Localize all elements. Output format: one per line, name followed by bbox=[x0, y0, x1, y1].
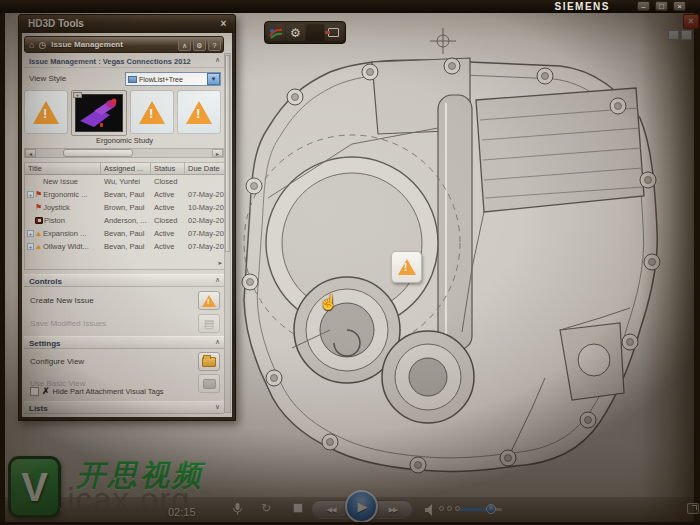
icax-logo: V bbox=[8, 456, 61, 518]
chevron-down-icon[interactable]: ∨ bbox=[215, 403, 220, 411]
repeat-icon[interactable]: ↻ bbox=[261, 501, 271, 515]
table-scroll-icon[interactable]: ▸ bbox=[218, 259, 222, 267]
help-button[interactable]: ? bbox=[208, 39, 221, 51]
create-new-issue-row: Create New Issue bbox=[24, 290, 224, 312]
warning-triangle-icon bbox=[186, 101, 212, 124]
maximize-button[interactable]: □ bbox=[655, 1, 668, 11]
chevron-up-icon[interactable]: ∧ bbox=[215, 276, 220, 284]
settings-section-header[interactable]: Settings ∧ bbox=[24, 336, 224, 349]
panel-title: HD3D Tools bbox=[28, 18, 84, 29]
volume-dot-icon bbox=[447, 506, 452, 511]
controls-section-header[interactable]: Controls ∧ bbox=[24, 274, 224, 287]
view-style-dropdown[interactable]: FlowList+Tree ▼ bbox=[125, 72, 221, 86]
hide-tags-row: ✗ Hide Part Attachment Visual Tags bbox=[24, 385, 224, 398]
view-style-icon bbox=[128, 76, 137, 83]
gallery-item-warning-2[interactable] bbox=[130, 90, 174, 134]
window-controls: – □ × bbox=[637, 1, 686, 11]
gallery-scrollbar[interactable]: ◂ ▸ bbox=[24, 148, 224, 158]
scrollbar-thumb[interactable] bbox=[63, 149, 133, 157]
warning-icon: ▲ bbox=[35, 230, 42, 237]
x-tag-icon: ✗ bbox=[42, 387, 50, 396]
stop-button[interactable] bbox=[293, 503, 303, 513]
history-icon[interactable]: ◷ bbox=[38, 40, 46, 50]
create-new-issue-button[interactable] bbox=[198, 291, 220, 310]
forward-button[interactable]: ▶▶ bbox=[374, 506, 412, 514]
configure-view-button[interactable] bbox=[198, 352, 220, 371]
volume-slider-thumb[interactable] bbox=[486, 504, 496, 514]
collapse-panel-button[interactable]: ∧ bbox=[178, 39, 191, 51]
settings-gear-button[interactable]: ⚙ bbox=[193, 39, 206, 51]
expand-icon[interactable]: + bbox=[27, 230, 34, 237]
expand-icon[interactable]: + bbox=[27, 243, 34, 250]
warning-icon: ▲ bbox=[35, 243, 42, 250]
col-status[interactable]: Status bbox=[151, 163, 185, 174]
view-origin-crosshair bbox=[430, 28, 456, 54]
home-icon[interactable]: ⌂ bbox=[29, 40, 34, 50]
configure-view-icon bbox=[202, 357, 216, 367]
save-icon: ▤ bbox=[204, 318, 214, 329]
fullscreen-icon[interactable] bbox=[687, 503, 699, 514]
save-modified-label: Save Modified Issues bbox=[30, 319, 106, 328]
table-row[interactable]: +⚑Ergonomic ... Bevan, Paul Active 07-Ma… bbox=[25, 188, 224, 201]
minimize-button[interactable]: – bbox=[637, 1, 650, 11]
issue-gallery: + bbox=[24, 90, 225, 136]
configure-view-label: Configure View bbox=[30, 357, 84, 366]
viewport-mini-toolbar: ⚙ bbox=[264, 21, 346, 44]
col-due-date[interactable]: Due Date bbox=[185, 163, 224, 174]
flag-icon: ⚑ bbox=[35, 191, 42, 199]
view-style-value: FlowList+Tree bbox=[139, 76, 207, 83]
panel-titlebar[interactable]: HD3D Tools × bbox=[19, 15, 235, 33]
scroll-corner-icons bbox=[668, 30, 692, 40]
cad-model-engine-housing[interactable] bbox=[232, 48, 672, 488]
warning-triangle-icon bbox=[33, 101, 59, 124]
warning-triangle-icon bbox=[398, 259, 416, 275]
monitor-top-bezel: SIEMENS – □ × bbox=[0, 0, 700, 13]
window-close-button[interactable]: × bbox=[673, 1, 686, 11]
microphone-icon[interactable] bbox=[233, 502, 242, 520]
play-icon: ▶ bbox=[358, 499, 368, 514]
panel-close-button[interactable]: × bbox=[217, 18, 230, 30]
chevron-up-icon[interactable]: ∧ bbox=[215, 338, 220, 346]
show-panel-icon[interactable] bbox=[325, 24, 343, 41]
issue-management-header[interactable]: ⌂ ◷ Issue Management ∧ ⚙ ? bbox=[24, 36, 224, 53]
speaker-icon[interactable] bbox=[425, 502, 436, 520]
gallery-item-warning-3[interactable] bbox=[177, 90, 221, 134]
pane-close-button[interactable]: × bbox=[683, 14, 699, 29]
hide-tags-label: Hide Part Attachment Visual Tags bbox=[53, 387, 164, 396]
ergonomic-study-thumbnail bbox=[75, 94, 123, 132]
table-row[interactable]: +▲Oilway Widt... Bevan, Paul Active 07-M… bbox=[25, 240, 224, 253]
view-style-row: View Style FlowList+Tree ▼ bbox=[24, 70, 224, 88]
image-issue-icon bbox=[35, 217, 43, 224]
hand-cursor: ☝ bbox=[319, 293, 338, 311]
table-row[interactable]: New Issue Wu, Yunfei Closed bbox=[25, 175, 224, 188]
gallery-item-warning-1[interactable] bbox=[24, 90, 68, 134]
issue-table: Title Assigned ... Status Due Date New I… bbox=[24, 162, 225, 270]
table-row[interactable]: Piston Anderson, ... Closed 02-May-20... bbox=[25, 214, 224, 227]
scroll-right-icon[interactable]: ▸ bbox=[212, 149, 223, 157]
scrollbar-thumb[interactable] bbox=[225, 55, 230, 252]
create-new-issue-label: Create New Issue bbox=[30, 296, 94, 305]
table-row[interactable]: +▲Expansion ... Bevan, Paul Active 07-Ma… bbox=[25, 227, 224, 240]
gallery-item-selected[interactable]: + bbox=[71, 90, 127, 136]
collapse-section-icon[interactable]: ∧ bbox=[215, 56, 220, 64]
issue-visual-tag-warning[interactable] bbox=[391, 251, 422, 283]
table-row[interactable]: ⚑Joystick Brown, Paul Active 10-May-20..… bbox=[25, 201, 224, 214]
play-button[interactable]: ▶ bbox=[345, 490, 378, 523]
col-title[interactable]: Title bbox=[25, 163, 101, 174]
table-header: Title Assigned ... Status Due Date bbox=[25, 163, 224, 175]
hd3d-tools-panel: HD3D Tools × ⌂ ◷ Issue Management ∧ ⚙ ? … bbox=[18, 14, 236, 421]
breadcrumb-row[interactable]: Issue Management : Vegas Connections 201… bbox=[24, 55, 224, 68]
expand-icon[interactable]: + bbox=[27, 191, 34, 198]
dropdown-arrow-icon[interactable]: ▼ bbox=[207, 73, 220, 85]
gear-icon[interactable]: ⚙ bbox=[286, 24, 304, 41]
col-assigned[interactable]: Assigned ... bbox=[101, 163, 151, 174]
playback-time: 02:15 bbox=[168, 506, 196, 518]
panel-scrollbar[interactable] bbox=[224, 53, 231, 413]
hd3d-logo-icon[interactable] bbox=[267, 24, 285, 41]
projected-screen-photo: SIEMENS – □ × bbox=[0, 0, 700, 525]
hide-tags-checkbox[interactable] bbox=[30, 387, 39, 396]
lists-section-header[interactable]: Lists ∨ bbox=[24, 401, 224, 414]
scroll-left-icon[interactable]: ◂ bbox=[25, 149, 36, 157]
issue-management-title: Issue Management bbox=[51, 40, 178, 49]
empty-toolbar-slot bbox=[306, 24, 324, 41]
